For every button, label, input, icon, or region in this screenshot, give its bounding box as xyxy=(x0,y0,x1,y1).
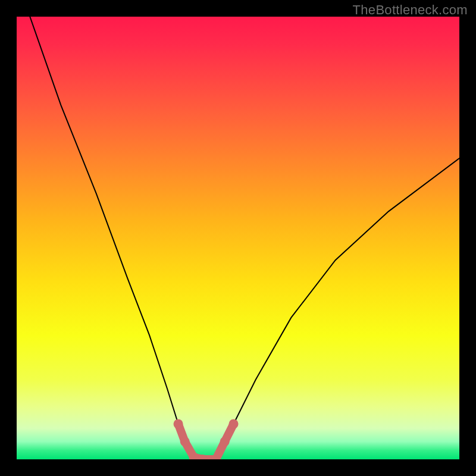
highlight-dot xyxy=(220,437,230,446)
watermark-text: TheBottleneck.com xyxy=(353,2,468,18)
highlight-dot xyxy=(229,419,239,428)
chart-frame: TheBottleneck.com xyxy=(0,0,476,476)
highlight-dot xyxy=(174,419,183,428)
highlight-dot xyxy=(180,437,190,446)
chart-svg xyxy=(17,17,459,459)
plot-area xyxy=(17,17,459,459)
bottleneck-curve xyxy=(30,17,459,459)
